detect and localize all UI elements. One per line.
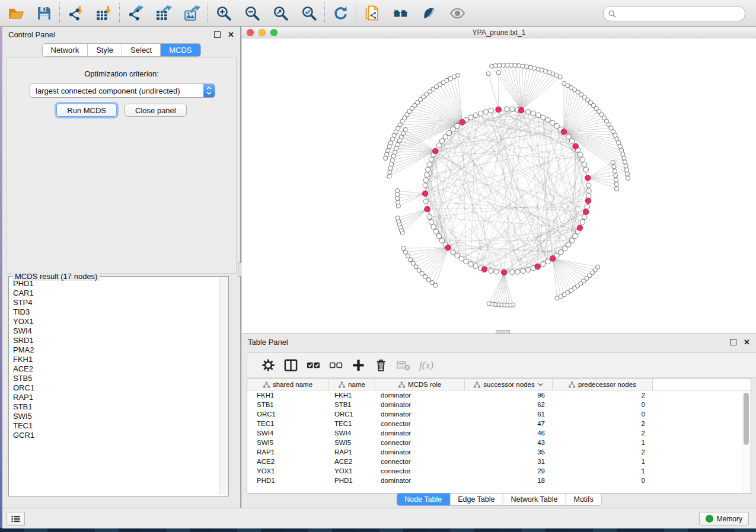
- tab-style[interactable]: Style: [88, 44, 122, 56]
- table-toolbar: f(x): [247, 352, 756, 377]
- mcds-result-item[interactable]: ACE2: [9, 364, 219, 374]
- mcds-result-item[interactable]: STB1: [9, 402, 219, 412]
- close-panel-button[interactable]: Close panel: [125, 104, 187, 117]
- table-row[interactable]: ORC1ORC1dominator610: [247, 409, 751, 419]
- table-row[interactable]: STB1STB1dominator620: [247, 400, 751, 409]
- tab-select[interactable]: Select: [122, 44, 161, 56]
- mcds-result-item[interactable]: RAP1: [9, 393, 219, 402]
- network-canvas[interactable]: [242, 39, 756, 334]
- save-session-button[interactable]: [34, 3, 54, 23]
- cell-name: PHD1: [329, 477, 375, 484]
- delete-column-button[interactable]: [369, 355, 392, 374]
- search-box[interactable]: [603, 6, 745, 21]
- mcds-result-item[interactable]: STP4: [9, 298, 219, 307]
- column-header-successor-nodes[interactable]: successor nodes: [465, 379, 553, 390]
- mcds-result-item[interactable]: GCR1: [9, 431, 219, 440]
- column-header-predecessor-nodes[interactable]: predecessor nodes: [553, 379, 653, 390]
- mcds-result-item[interactable]: TEC1: [9, 421, 219, 431]
- export-network-button[interactable]: [125, 3, 145, 23]
- cell-MCDS-role: dominator: [375, 392, 465, 399]
- zoom-selected-button[interactable]: [299, 3, 319, 23]
- optimization-criterion-select[interactable]: largest connected component (undirected): [30, 84, 215, 98]
- export-image-button[interactable]: [182, 3, 202, 23]
- open-file-button[interactable]: [5, 3, 25, 23]
- search-input[interactable]: [616, 8, 745, 20]
- export-table-button[interactable]: [154, 3, 174, 23]
- home-button[interactable]: [390, 3, 410, 23]
- mcds-result-item[interactable]: TID3: [9, 307, 219, 317]
- cell-predecessor-nodes: 1: [553, 458, 653, 465]
- import-network-button[interactable]: [65, 3, 85, 23]
- cell-name: SWI5: [329, 439, 375, 446]
- refresh-button[interactable]: [330, 3, 350, 23]
- import-table-button[interactable]: [94, 3, 114, 23]
- cell-name: ORC1: [329, 411, 375, 418]
- cell-name: FKH1: [329, 392, 375, 399]
- open-file-icon: [8, 5, 24, 21]
- memory-button[interactable]: Memory: [699, 512, 749, 525]
- mcds-result-item[interactable]: ORC1: [9, 383, 219, 393]
- table-row[interactable]: ACE2ACE2connector311: [247, 457, 751, 466]
- mcds-list-scrollbar[interactable]: [219, 277, 228, 495]
- eye-button[interactable]: [447, 3, 467, 23]
- table-scrollbar[interactable]: [742, 390, 751, 493]
- column-view-button[interactable]: [279, 355, 302, 374]
- mcds-result-item[interactable]: PHD1: [9, 279, 219, 289]
- share-document-button[interactable]: [362, 3, 382, 23]
- mcds-result-item[interactable]: SWI5: [9, 412, 219, 421]
- mcds-result-item[interactable]: YOX1: [9, 317, 219, 326]
- delete-column-icon: [374, 358, 388, 373]
- column-header-name[interactable]: name: [329, 379, 375, 390]
- column-type-icon: [569, 382, 575, 388]
- tab-network-table[interactable]: Network Table: [503, 493, 566, 505]
- table-row[interactable]: YOX1YOX1connector291: [247, 466, 751, 476]
- cell-predecessor-nodes: 2: [553, 448, 653, 456]
- select-stepper-icon: [203, 84, 215, 97]
- table-row[interactable]: SWI5SWI5connector431: [247, 438, 751, 447]
- select-all-columns-button[interactable]: [302, 355, 324, 374]
- mcds-result-item[interactable]: PMA2: [9, 345, 219, 355]
- zoom-out-button[interactable]: [242, 3, 262, 23]
- zoom-in-button[interactable]: [213, 3, 234, 23]
- tab-edge-table[interactable]: Edge Table: [450, 493, 503, 505]
- mcds-result-item[interactable]: CAR1: [9, 289, 219, 298]
- import-table-icon: [96, 5, 112, 21]
- float-panel-icon[interactable]: [214, 31, 221, 38]
- table-scrollbar-thumb[interactable]: [744, 393, 749, 445]
- table-row[interactable]: FKH1FKH1dominator962: [247, 390, 751, 400]
- table-row[interactable]: TEC1TEC1connector472: [247, 419, 751, 428]
- table-row[interactable]: RAP1RAP1dominator352: [247, 447, 751, 457]
- mcds-result-item[interactable]: SRD1: [9, 336, 219, 345]
- run-mcds-button[interactable]: Run MCDS: [56, 104, 117, 117]
- task-history-button[interactable]: [7, 512, 25, 526]
- table-panel-titlebar: Table Panel ✕: [242, 334, 756, 350]
- column-header-MCDS-role[interactable]: MCDS role: [375, 379, 465, 390]
- column-header-shared-name[interactable]: shared name: [247, 379, 329, 390]
- cell-name: TEC1: [329, 420, 375, 427]
- style-button[interactable]: [419, 3, 439, 23]
- cell-successor-nodes: 47: [465, 420, 553, 427]
- column-type-icon: [474, 382, 480, 388]
- deselect-all-columns-button[interactable]: [324, 355, 347, 374]
- table-row[interactable]: PHD1PHD1dominator180: [247, 476, 751, 485]
- table-row[interactable]: SWI4SWI4dominator462: [247, 428, 751, 438]
- close-panel-icon[interactable]: ✕: [228, 32, 234, 37]
- select-all-columns-icon: [306, 358, 321, 373]
- mcds-result-item[interactable]: SWI4: [9, 326, 219, 336]
- close-table-panel-icon[interactable]: ✕: [744, 339, 750, 345]
- export-image-icon: [184, 5, 200, 21]
- add-column-button[interactable]: [347, 355, 369, 374]
- tab-mcds[interactable]: MCDS: [161, 44, 200, 56]
- zoom-fit-button[interactable]: [270, 3, 291, 23]
- tab-node-table[interactable]: Node Table: [397, 493, 450, 505]
- float-table-panel-icon[interactable]: [730, 339, 736, 345]
- tab-motifs[interactable]: Motifs: [566, 493, 601, 505]
- mcds-result-list[interactable]: PHD1CAR1STP4TID3YOX1SWI4SRD1PMA2FKH1ACE2…: [9, 279, 219, 495]
- cell-name: YOX1: [329, 467, 375, 475]
- network-window-title: YPA_prune.txt_1: [242, 28, 756, 37]
- function-builder-icon: f(x): [419, 358, 433, 373]
- mcds-result-item[interactable]: STB5: [9, 374, 219, 383]
- tab-network[interactable]: Network: [42, 44, 88, 56]
- mcds-result-item[interactable]: FKH1: [9, 355, 219, 364]
- settings-gear-button[interactable]: [257, 355, 279, 374]
